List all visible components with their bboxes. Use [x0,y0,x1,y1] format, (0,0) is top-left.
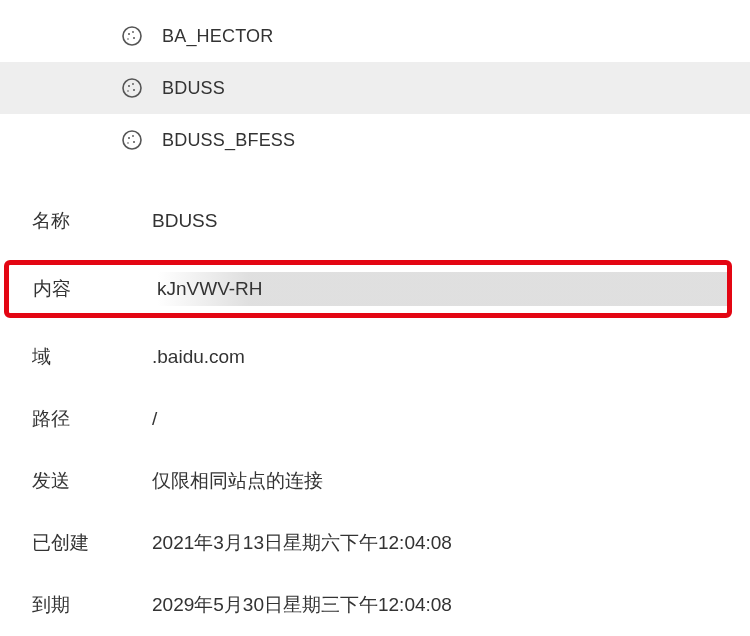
svg-point-3 [132,31,134,33]
svg-point-10 [123,131,141,149]
svg-point-11 [128,137,130,139]
svg-point-5 [123,79,141,97]
detail-path-value: / [152,408,157,430]
detail-content-row-highlight: 内容 kJnVWV-RH [4,260,732,318]
cookie-name: BA_HECTOR [162,26,274,47]
detail-expires-label: 到期 [32,592,152,618]
detail-name-label: 名称 [32,208,152,234]
cookie-name: BDUSS_BFESS [162,130,295,151]
cookie-row[interactable]: BA_HECTOR [0,10,750,62]
svg-point-2 [133,37,135,39]
svg-point-7 [133,89,135,91]
detail-path-label: 路径 [32,406,152,432]
detail-send-row: 发送 仅限相同站点的连接 [0,450,750,512]
svg-point-14 [127,142,129,144]
detail-domain-row: 域 .baidu.com [0,326,750,388]
cookie-icon [120,128,144,152]
svg-point-1 [128,33,130,35]
svg-point-4 [127,38,129,40]
detail-created-value: 2021年3月13日星期六下午12:04:08 [152,530,452,556]
cookie-row[interactable]: BDUSS_BFESS [0,114,750,166]
svg-point-8 [132,83,134,85]
detail-content-value[interactable]: kJnVWV-RH [157,272,727,306]
svg-point-0 [123,27,141,45]
detail-content-text: kJnVWV-RH [157,278,263,300]
detail-domain-value: .baidu.com [152,346,245,368]
svg-point-13 [132,135,134,137]
detail-name-row: 名称 BDUSS [0,190,750,252]
detail-created-row: 已创建 2021年3月13日星期六下午12:04:08 [0,512,750,574]
detail-expires-value: 2029年5月30日星期三下午12:04:08 [152,592,452,618]
detail-send-label: 发送 [32,468,152,494]
svg-point-6 [128,85,130,87]
detail-name-value: BDUSS [152,210,217,232]
svg-point-9 [127,90,129,92]
cookie-name: BDUSS [162,78,225,99]
cookie-list: BA_HECTOR BDUSS BDUSS_BFESS [0,0,750,166]
detail-content-label: 内容 [33,276,157,302]
cookie-icon [120,24,144,48]
detail-created-label: 已创建 [32,530,152,556]
detail-path-row: 路径 / [0,388,750,450]
detail-send-value: 仅限相同站点的连接 [152,468,323,494]
detail-expires-row: 到期 2029年5月30日星期三下午12:04:08 [0,574,750,636]
cookie-details: 名称 BDUSS 内容 kJnVWV-RH 域 .baidu.com 路径 / … [0,190,750,636]
cookie-icon [120,76,144,100]
cookie-row[interactable]: BDUSS [0,62,750,114]
detail-domain-label: 域 [32,344,152,370]
svg-point-12 [133,141,135,143]
